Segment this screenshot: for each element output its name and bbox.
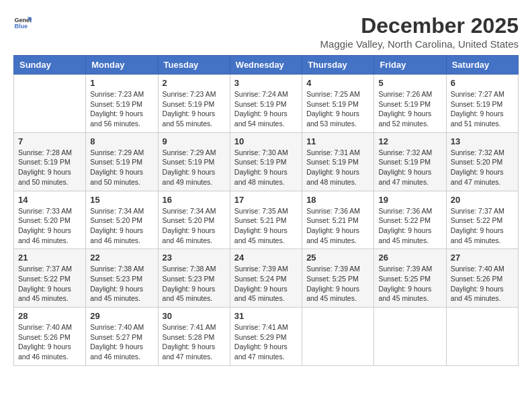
day-info-11: Sunrise: 7:31 AM Sunset: 5:19 PM Dayligh… — [306, 148, 369, 187]
day-info-4: Sunrise: 7:25 AM Sunset: 5:19 PM Dayligh… — [306, 89, 369, 129]
day-info-2: Sunrise: 7:23 AM Sunset: 5:19 PM Dayligh… — [163, 89, 226, 129]
day-number-13: 13 — [451, 136, 514, 146]
day-info-5: Sunrise: 7:26 AM Sunset: 5:19 PM Dayligh… — [378, 89, 441, 129]
day-info-31: Sunrise: 7:41 AM Sunset: 5:29 PM Dayligh… — [234, 322, 298, 362]
day-info-27: Sunrise: 7:40 AM Sunset: 5:26 PM Dayligh… — [451, 264, 514, 304]
cell-w4-d6 — [446, 308, 518, 366]
day-info-29: Sunrise: 7:40 AM Sunset: 5:27 PM Dayligh… — [90, 322, 153, 362]
cell-w0-d4: 4Sunrise: 7:25 AM Sunset: 5:19 PM Daylig… — [302, 75, 374, 133]
day-number-8: 8 — [90, 136, 153, 146]
day-info-24: Sunrise: 7:39 AM Sunset: 5:24 PM Dayligh… — [234, 264, 298, 304]
day-info-21: Sunrise: 7:37 AM Sunset: 5:22 PM Dayligh… — [18, 264, 81, 304]
header-sunday: Sunday — [14, 56, 86, 75]
cell-w4-d4 — [302, 308, 374, 366]
header-wednesday: Wednesday — [230, 56, 302, 75]
day-info-15: Sunrise: 7:34 AM Sunset: 5:20 PM Dayligh… — [90, 206, 153, 246]
day-number-15: 15 — [90, 195, 153, 205]
day-number-26: 26 — [378, 253, 441, 263]
week-row-1: 7Sunrise: 7:28 AM Sunset: 5:19 PM Daylig… — [14, 132, 519, 191]
cell-w1-d6: 13Sunrise: 7:32 AM Sunset: 5:20 PM Dayli… — [446, 132, 518, 191]
day-info-7: Sunrise: 7:28 AM Sunset: 5:19 PM Dayligh… — [18, 148, 81, 187]
day-info-28: Sunrise: 7:40 AM Sunset: 5:26 PM Dayligh… — [18, 322, 81, 362]
day-info-6: Sunrise: 7:27 AM Sunset: 5:19 PM Dayligh… — [451, 89, 514, 129]
day-info-17: Sunrise: 7:35 AM Sunset: 5:21 PM Dayligh… — [234, 206, 298, 246]
day-info-30: Sunrise: 7:41 AM Sunset: 5:28 PM Dayligh… — [163, 322, 226, 362]
header-friday: Friday — [374, 56, 446, 75]
day-number-7: 7 — [18, 136, 81, 146]
day-info-25: Sunrise: 7:39 AM Sunset: 5:25 PM Dayligh… — [306, 264, 369, 304]
day-number-16: 16 — [163, 195, 226, 205]
day-number-25: 25 — [306, 253, 369, 263]
cell-w0-d2: 2Sunrise: 7:23 AM Sunset: 5:19 PM Daylig… — [158, 75, 230, 133]
cell-w3-d5: 26Sunrise: 7:39 AM Sunset: 5:25 PM Dayli… — [374, 249, 446, 308]
day-info-12: Sunrise: 7:32 AM Sunset: 5:19 PM Dayligh… — [378, 148, 441, 187]
calendar: Sunday Monday Tuesday Wednesday Thursday… — [13, 55, 519, 366]
logo-icon: General Blue — [13, 13, 32, 32]
day-number-10: 10 — [234, 136, 298, 146]
day-info-26: Sunrise: 7:39 AM Sunset: 5:25 PM Dayligh… — [378, 264, 441, 304]
cell-w0-d0 — [14, 75, 86, 133]
cell-w3-d2: 23Sunrise: 7:38 AM Sunset: 5:23 PM Dayli… — [158, 249, 230, 308]
cell-w1-d5: 12Sunrise: 7:32 AM Sunset: 5:19 PM Dayli… — [374, 132, 446, 191]
day-number-14: 14 — [18, 195, 81, 205]
week-row-2: 14Sunrise: 7:33 AM Sunset: 5:20 PM Dayli… — [14, 191, 519, 249]
day-info-14: Sunrise: 7:33 AM Sunset: 5:20 PM Dayligh… — [18, 206, 81, 246]
calendar-header: Sunday Monday Tuesday Wednesday Thursday… — [14, 56, 519, 75]
cell-w2-d0: 14Sunrise: 7:33 AM Sunset: 5:20 PM Dayli… — [14, 191, 86, 249]
day-number-30: 30 — [163, 311, 226, 321]
day-number-29: 29 — [90, 311, 153, 321]
header-tuesday: Tuesday — [158, 56, 230, 75]
day-number-9: 9 — [163, 136, 226, 146]
day-number-23: 23 — [163, 253, 226, 263]
header-monday: Monday — [86, 56, 158, 75]
day-info-20: Sunrise: 7:37 AM Sunset: 5:22 PM Dayligh… — [451, 206, 514, 246]
day-number-21: 21 — [18, 253, 81, 263]
cell-w0-d6: 6Sunrise: 7:27 AM Sunset: 5:19 PM Daylig… — [446, 75, 518, 133]
day-info-10: Sunrise: 7:30 AM Sunset: 5:19 PM Dayligh… — [234, 148, 298, 187]
cell-w3-d1: 22Sunrise: 7:38 AM Sunset: 5:23 PM Dayli… — [86, 249, 158, 308]
week-row-0: 1Sunrise: 7:23 AM Sunset: 5:19 PM Daylig… — [14, 75, 519, 133]
calendar-body: 1Sunrise: 7:23 AM Sunset: 5:19 PM Daylig… — [14, 75, 519, 366]
month-title: December 2025 — [320, 13, 519, 38]
day-number-6: 6 — [451, 78, 514, 88]
day-number-17: 17 — [234, 195, 298, 205]
cell-w3-d4: 25Sunrise: 7:39 AM Sunset: 5:25 PM Dayli… — [302, 249, 374, 308]
location-title: Maggie Valley, North Carolina, United St… — [320, 38, 519, 50]
cell-w2-d2: 16Sunrise: 7:34 AM Sunset: 5:20 PM Dayli… — [158, 191, 230, 249]
day-info-19: Sunrise: 7:36 AM Sunset: 5:22 PM Dayligh… — [378, 206, 441, 246]
day-number-27: 27 — [451, 253, 514, 263]
cell-w4-d0: 28Sunrise: 7:40 AM Sunset: 5:26 PM Dayli… — [14, 308, 86, 366]
svg-text:Blue: Blue — [14, 23, 28, 30]
day-number-22: 22 — [90, 253, 153, 263]
day-info-18: Sunrise: 7:36 AM Sunset: 5:21 PM Dayligh… — [306, 206, 369, 246]
day-number-24: 24 — [234, 253, 298, 263]
cell-w1-d0: 7Sunrise: 7:28 AM Sunset: 5:19 PM Daylig… — [14, 132, 86, 191]
day-info-22: Sunrise: 7:38 AM Sunset: 5:23 PM Dayligh… — [90, 264, 153, 304]
day-info-1: Sunrise: 7:23 AM Sunset: 5:19 PM Dayligh… — [90, 89, 153, 129]
day-number-20: 20 — [451, 195, 514, 205]
cell-w1-d3: 10Sunrise: 7:30 AM Sunset: 5:19 PM Dayli… — [230, 132, 302, 191]
cell-w3-d0: 21Sunrise: 7:37 AM Sunset: 5:22 PM Dayli… — [14, 249, 86, 308]
day-number-12: 12 — [378, 136, 441, 146]
day-number-5: 5 — [378, 78, 441, 88]
day-number-4: 4 — [306, 78, 369, 88]
cell-w1-d4: 11Sunrise: 7:31 AM Sunset: 5:19 PM Dayli… — [302, 132, 374, 191]
cell-w0-d1: 1Sunrise: 7:23 AM Sunset: 5:19 PM Daylig… — [86, 75, 158, 133]
day-info-13: Sunrise: 7:32 AM Sunset: 5:20 PM Dayligh… — [451, 148, 514, 187]
day-number-18: 18 — [306, 195, 369, 205]
day-info-8: Sunrise: 7:29 AM Sunset: 5:19 PM Dayligh… — [90, 148, 153, 187]
cell-w0-d3: 3Sunrise: 7:24 AM Sunset: 5:19 PM Daylig… — [230, 75, 302, 133]
header-thursday: Thursday — [302, 56, 374, 75]
week-row-3: 21Sunrise: 7:37 AM Sunset: 5:22 PM Dayli… — [14, 249, 519, 308]
day-info-16: Sunrise: 7:34 AM Sunset: 5:20 PM Dayligh… — [163, 206, 226, 246]
day-info-23: Sunrise: 7:38 AM Sunset: 5:23 PM Dayligh… — [163, 264, 226, 304]
day-number-11: 11 — [306, 136, 369, 146]
cell-w4-d2: 30Sunrise: 7:41 AM Sunset: 5:28 PM Dayli… — [158, 308, 230, 366]
cell-w3-d6: 27Sunrise: 7:40 AM Sunset: 5:26 PM Dayli… — [446, 249, 518, 308]
cell-w2-d6: 20Sunrise: 7:37 AM Sunset: 5:22 PM Dayli… — [446, 191, 518, 249]
day-number-3: 3 — [234, 78, 298, 88]
cell-w1-d1: 8Sunrise: 7:29 AM Sunset: 5:19 PM Daylig… — [86, 132, 158, 191]
day-number-31: 31 — [234, 311, 298, 321]
cell-w1-d2: 9Sunrise: 7:29 AM Sunset: 5:19 PM Daylig… — [158, 132, 230, 191]
day-number-1: 1 — [90, 78, 153, 88]
